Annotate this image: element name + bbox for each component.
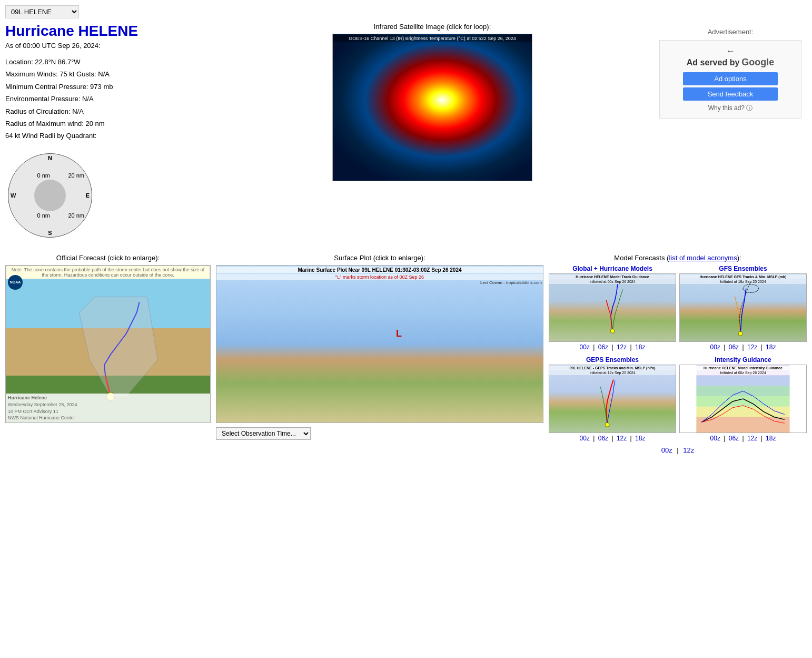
geps-tracks-svg [549, 365, 676, 433]
surface-plot-subtitle: "L" marks storm location as of 00Z Sep 2… [216, 274, 543, 280]
geps-ensembles-item: GEPS Ensembles 09L HELENE - GEPS Tracks … [549, 356, 676, 442]
storm-selector[interactable]: 09L HELENE [5, 5, 79, 18]
storm-l-marker: L [396, 328, 402, 339]
storm-env-pressure: Environmental Pressure: N/A [5, 93, 211, 105]
global-06z-link[interactable]: 06z [598, 343, 608, 351]
ad-why: Why this ad? ⓘ [665, 104, 796, 113]
svg-rect-10 [696, 396, 789, 407]
svg-rect-12 [696, 417, 789, 433]
surface-plot-title: Marine Surface Plot Near 09L HELENE 01:3… [216, 267, 543, 273]
radii-se: 20 nm [68, 212, 84, 219]
radii-nw: 0 nm [37, 172, 50, 179]
global-models-image[interactable]: Hurricane HELENE Model Track Guidance In… [549, 273, 676, 342]
intensity-18z-link[interactable]: 18z [766, 435, 776, 442]
forecast-info-advisory: 10 PM CDT Advisory 11 [8, 409, 58, 414]
geps-18z-link[interactable]: 18z [635, 435, 645, 442]
surface-plot-panel: Surface Plot (click to enlarge): Marine … [216, 254, 543, 454]
intensity-title: Intensity Guidance [679, 356, 807, 364]
svg-marker-1 [79, 297, 157, 396]
obs-time-selector[interactable]: Select Observation Time... [216, 427, 311, 440]
geps-bottom: GEPS Ensembles 09L HELENE - GEPS Tracks … [549, 356, 807, 442]
model-grid: Global + Hurricane Models Hurricane HELE… [549, 265, 807, 351]
geps-image[interactable]: 09L HELENE - GEPS Tracks and Min. MSLP (… [549, 365, 676, 433]
intensity-subtitle: Hurricane HELENE Model Intensity Guidanc… [680, 366, 806, 370]
gfs-ensembles-image[interactable]: Hurricane HELENE GFS Tracks & Min. MSLP … [679, 273, 807, 342]
storm-info-panel: Hurricane HELENE As of 00:00 UTC Sep 26,… [5, 23, 211, 245]
geps-12z-link[interactable]: 12z [617, 435, 627, 442]
global-18z-link[interactable]: 18z [635, 343, 645, 351]
top-bar: 09L HELENE [5, 5, 807, 18]
wind-radii-diagram: N S E W 0 nm 20 nm 0 nm 20 nm [5, 151, 95, 240]
gfs-00z-link[interactable]: 00z [710, 343, 720, 351]
surface-plot-label: Surface Plot (click to enlarge): [216, 254, 543, 262]
global-tracks-svg [549, 274, 676, 341]
bottom-00z-link[interactable]: 00z [661, 446, 672, 454]
google-label: Google [741, 57, 774, 67]
intensity-caption: Initiated at 00z Sep 26 2024 [680, 370, 806, 375]
official-forecast-image[interactable]: Note: The cone contains the probable pat… [5, 265, 211, 423]
ir-satellite-panel: Infrared Satellite Image (click for loop… [216, 23, 649, 245]
storm-timestamp: As of 00:00 UTC Sep 26, 2024: [5, 42, 211, 50]
gfs-18z-link[interactable]: 18z [766, 343, 776, 351]
svg-rect-8 [696, 375, 789, 386]
storm-radius-max-wind: Radius of Maximum wind: 20 nm [5, 117, 211, 130]
gfs-ensembles-item: GFS Ensembles Hurricane HELENE GFS Track… [679, 265, 807, 351]
intensity-00z-link[interactable]: 00z [710, 435, 720, 442]
ir-caption: GOES-16 Channel 13 (IR) Brightness Tempe… [333, 35, 532, 42]
ad-served: Ad served by Google [665, 57, 796, 68]
storm-min-pressure: Minimum Central Pressure: 973 mb [5, 81, 211, 93]
bottom-12z-link[interactable]: 12z [683, 446, 694, 454]
advertisement-panel: Advertisement: ← Ad served by Google Ad … [654, 23, 807, 245]
bottom-grid: Official Forecast (click to enlarge): No… [5, 254, 807, 454]
storm-details: Location: 22.8°N 86.7°W Maximum Winds: 7… [5, 56, 211, 142]
radii-sw: 0 nm [37, 212, 50, 219]
gfs-links: 00z | 06z | 12z | 18z [679, 343, 807, 351]
forecast-info-date: Wednesday September 25, 2024 [8, 402, 77, 407]
gfs-12z-link[interactable]: 12z [747, 343, 757, 351]
intensity-guidance-item: Intensity Guidance Hurricane HELENE Mode… [679, 356, 807, 442]
intensity-12z-link[interactable]: 12z [747, 435, 757, 442]
geps-bottom-grid: GEPS Ensembles 09L HELENE - GEPS Tracks … [549, 356, 807, 442]
gfs-tracks-svg [680, 274, 806, 341]
official-forecast-panel: Official Forecast (click to enlarge): No… [5, 254, 211, 454]
compass-w: W [11, 192, 16, 199]
intensity-06z-link[interactable]: 06z [729, 435, 739, 442]
geps-title: GEPS Ensembles [549, 356, 676, 364]
model-acronyms-link[interactable]: list of model acronyms [669, 254, 737, 262]
obs-select-container: Select Observation Time... [216, 427, 543, 440]
ad-feedback-button[interactable]: Send feedback [683, 87, 778, 101]
ad-options-button[interactable]: Ad options [683, 72, 778, 85]
svg-point-4 [738, 331, 742, 336]
storm-radius-circulation: Radius of Circulation: N/A [5, 105, 211, 117]
surface-plot-credit: Levi Cowan - tropicalstidbits.com [480, 280, 542, 285]
wind-radii-circle: N S E W 0 nm 20 nm 0 nm 20 nm [8, 153, 92, 238]
main-grid: Hurricane HELENE As of 00:00 UTC Sep 26,… [5, 23, 807, 245]
surface-plot-image[interactable]: Marine Surface Plot Near 09L HELENE 01:3… [216, 265, 543, 423]
intensity-links: 00z | 06z | 12z | 18z [679, 435, 807, 442]
global-12z-link[interactable]: 12z [617, 343, 627, 351]
forecast-info-title: Hurricane Helene [8, 395, 47, 400]
ir-satellite-image[interactable]: GOES-16 Channel 13 (IR) Brightness Tempe… [332, 34, 532, 181]
intensity-svg [680, 365, 806, 433]
wind-radii-label: 64 kt Wind Radii by Quadrant: [5, 130, 211, 142]
geps-06z-link[interactable]: 06z [598, 435, 608, 442]
model-forecasts-label: Model Forecasts (list of model acronyms)… [549, 254, 807, 262]
ad-label: Advertisement: [659, 28, 801, 36]
global-models-item: Global + Hurricane Models Hurricane HELE… [549, 265, 676, 351]
compass-n: N [48, 155, 52, 161]
radii-ne: 20 nm [68, 172, 84, 179]
intensity-image[interactable]: Hurricane HELENE Model Intensity Guidanc… [679, 365, 807, 433]
gfs-06z-link[interactable]: 06z [729, 343, 739, 351]
bottom-links: 00z | 12z [549, 446, 807, 454]
global-00z-link[interactable]: 00z [580, 343, 590, 351]
model-forecasts-panel: Model Forecasts (list of model acronyms)… [549, 254, 807, 454]
gfs-ensembles-title: GFS Ensembles [679, 265, 807, 272]
forecast-map-info: Hurricane Helene Wednesday September 25,… [6, 394, 210, 422]
noaa-logo: NOAA [8, 275, 23, 290]
geps-links: 00z | 06z | 12z | 18z [549, 435, 676, 442]
ad-back-arrow[interactable]: ← [723, 46, 738, 57]
ad-box: ← Ad served by Google Ad options Send fe… [659, 40, 801, 119]
storm-location: Location: 22.8°N 86.7°W [5, 56, 211, 68]
storm-max-winds: Maximum Winds: 75 kt Gusts: N/A [5, 68, 211, 80]
geps-00z-link[interactable]: 00z [580, 435, 590, 442]
